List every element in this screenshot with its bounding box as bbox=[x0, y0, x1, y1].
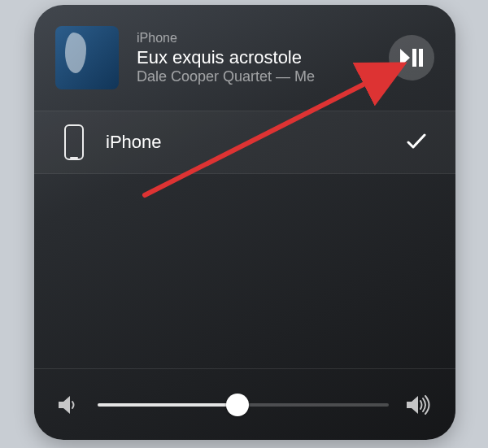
divider bbox=[34, 173, 455, 174]
checkmark-icon bbox=[407, 130, 426, 155]
volume-slider[interactable] bbox=[98, 394, 389, 416]
play-pause-button[interactable] bbox=[389, 35, 434, 80]
svg-marker-5 bbox=[59, 396, 70, 414]
play-pause-icon bbox=[400, 49, 423, 67]
svg-marker-0 bbox=[400, 49, 410, 67]
volume-high-icon bbox=[407, 395, 431, 415]
svg-rect-2 bbox=[419, 49, 423, 67]
volume-bar bbox=[34, 368, 455, 440]
svg-rect-3 bbox=[65, 125, 83, 159]
device-name: iPhone bbox=[106, 132, 407, 153]
track-info[interactable]: iPhone Eux exquis acrostole Dale Cooper … bbox=[137, 31, 379, 85]
volume-slider-thumb[interactable] bbox=[226, 394, 249, 416]
volume-low-icon bbox=[59, 395, 80, 415]
svg-rect-1 bbox=[412, 49, 416, 67]
volume-slider-fill bbox=[98, 403, 237, 407]
device-row-iphone[interactable]: iPhone bbox=[34, 111, 455, 173]
track-title: Eux exquis acrostole bbox=[137, 47, 379, 68]
now-playing-header: iPhone Eux exquis acrostole Dale Cooper … bbox=[34, 5, 455, 111]
airplay-panel: iPhone Eux exquis acrostole Dale Cooper … bbox=[34, 5, 455, 440]
svg-marker-6 bbox=[407, 396, 418, 414]
iphone-icon bbox=[63, 124, 85, 161]
track-artist: Dale Cooper Quartet — Me bbox=[137, 68, 379, 85]
album-art[interactable] bbox=[55, 26, 119, 89]
now-playing-device-label: iPhone bbox=[137, 31, 379, 46]
